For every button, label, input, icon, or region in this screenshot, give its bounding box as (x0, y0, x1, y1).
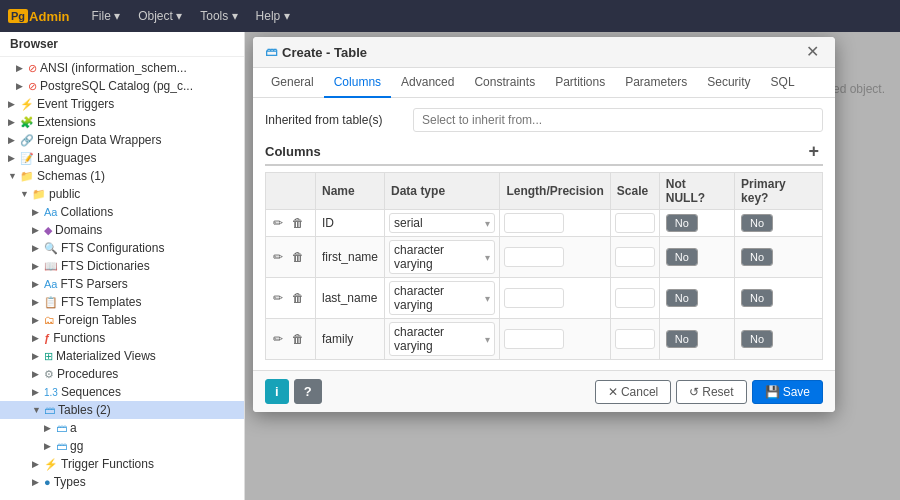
sidebar-item-ansi[interactable]: ▶ ⊘ ANSI (information_schem... (0, 59, 244, 77)
sidebar-item-procedures[interactable]: ▶ ⚙ Procedures (0, 365, 244, 383)
sidebar-item-trigger-functions[interactable]: ▶ ⚡ Trigger Functions (0, 455, 244, 473)
tab-advanced[interactable]: Advanced (391, 68, 464, 98)
sidebar-item-domains[interactable]: ▶ ◆ Domains (0, 221, 244, 239)
help-button[interactable]: ? (294, 379, 322, 404)
columns-title: Columns (265, 144, 321, 159)
sidebar-item-extensions[interactable]: ▶ 🧩 Extensions (0, 113, 244, 131)
footer-left-buttons: i ? (265, 379, 322, 404)
table-row: ✏ 🗑 IDserial▾NoNo (266, 210, 823, 237)
col-datatype[interactable]: serial▾ (385, 210, 500, 237)
edit-row-button[interactable]: ✏ (270, 215, 286, 231)
inherit-label: Inherited from table(s) (265, 113, 405, 127)
col-notnull[interactable]: No (659, 210, 734, 237)
sidebar-item-sequences[interactable]: ▶ 1.3 Sequences (0, 383, 244, 401)
modal-title-icon: 🗃 (265, 45, 277, 59)
sidebar-item-table-a[interactable]: ▶ 🗃 a (0, 419, 244, 437)
sidebar-item-schemas[interactable]: ▼ 📁 Schemas (1) (0, 167, 244, 185)
delete-row-button[interactable]: 🗑 (289, 331, 307, 347)
tab-security[interactable]: Security (697, 68, 760, 98)
edit-row-button[interactable]: ✏ (270, 290, 286, 306)
menu-tools[interactable]: Tools ▾ (192, 6, 245, 26)
tab-sql[interactable]: SQL (761, 68, 805, 98)
topbar-menu: File ▾ Object ▾ Tools ▾ Help ▾ (84, 6, 298, 26)
col-header-primarykey: Primary key? (735, 173, 823, 210)
tab-partitions[interactable]: Partitions (545, 68, 615, 98)
edit-row-button[interactable]: ✏ (270, 249, 286, 265)
delete-row-button[interactable]: 🗑 (289, 249, 307, 265)
cancel-icon: ✕ (608, 385, 618, 399)
inherit-input[interactable] (413, 108, 823, 132)
sidebar-item-foreign-tables[interactable]: ▶ 🗂 Foreign Tables (0, 311, 244, 329)
col-name: last_name (316, 278, 385, 319)
col-name: first_name (316, 237, 385, 278)
modal-title: 🗃 Create - Table (265, 45, 367, 60)
sidebar-item-languages[interactable]: ▶ 📝 Languages (0, 149, 244, 167)
sidebar-tree: ▶ ⊘ ANSI (information_schem... ▶ ⊘ Postg… (0, 57, 244, 493)
sidebar-header: Browser (0, 32, 244, 57)
col-datatype[interactable]: character varying▾ (385, 278, 500, 319)
sidebar-item-pg-catalog[interactable]: ▶ ⊘ PostgreSQL Catalog (pg_c... (0, 77, 244, 95)
sidebar-item-tables[interactable]: ▼ 🗃 Tables (2) (0, 401, 244, 419)
table-row: ✏ 🗑 first_namecharacter varying▾NoNo (266, 237, 823, 278)
info-button[interactable]: i (265, 379, 289, 404)
col-notnull[interactable]: No (659, 237, 734, 278)
inherit-row: Inherited from table(s) (265, 108, 823, 132)
reset-button[interactable]: ↺ Reset (676, 380, 746, 404)
sidebar-item-foreign-data-wrappers[interactable]: ▶ 🔗 Foreign Data Wrappers (0, 131, 244, 149)
menu-file[interactable]: File ▾ (84, 6, 129, 26)
col-scale[interactable] (610, 278, 659, 319)
sidebar-item-types[interactable]: ▶ ● Types (0, 473, 244, 491)
sidebar-item-fts-config[interactable]: ▶ 🔍 FTS Configurations (0, 239, 244, 257)
pgadmin-logo: Pg Admin (8, 9, 70, 24)
col-datatype[interactable]: character varying▾ (385, 237, 500, 278)
sidebar-item-functions[interactable]: ▶ ƒ Functions (0, 329, 244, 347)
col-length[interactable] (500, 278, 610, 319)
sidebar-item-table-gg[interactable]: ▶ 🗃 gg (0, 437, 244, 455)
cancel-button[interactable]: ✕ Cancel (595, 380, 671, 404)
col-datatype[interactable]: character varying▾ (385, 319, 500, 360)
modal-backdrop: 🗃 Create - Table ✕ General Columns Advan… (245, 32, 900, 500)
col-primarykey[interactable]: No (735, 319, 823, 360)
tab-parameters[interactable]: Parameters (615, 68, 697, 98)
col-header-scale: Scale (610, 173, 659, 210)
col-name: ID (316, 210, 385, 237)
col-length[interactable] (500, 319, 610, 360)
menu-object[interactable]: Object ▾ (130, 6, 190, 26)
col-length[interactable] (500, 237, 610, 278)
sidebar-item-public[interactable]: ▼ 📁 public (0, 185, 244, 203)
sidebar-item-fts-parsers[interactable]: ▶ Aa FTS Parsers (0, 275, 244, 293)
col-notnull[interactable]: No (659, 319, 734, 360)
col-scale[interactable] (610, 319, 659, 360)
delete-row-button[interactable]: 🗑 (289, 215, 307, 231)
sidebar-item-collations[interactable]: ▶ Aa Collations (0, 203, 244, 221)
delete-row-button[interactable]: 🗑 (289, 290, 307, 306)
modal-body: Inherited from table(s) Columns + (253, 98, 835, 370)
reset-label: Reset (702, 385, 733, 399)
col-header-datatype: Data type (385, 173, 500, 210)
tab-general[interactable]: General (261, 68, 324, 98)
col-scale[interactable] (610, 237, 659, 278)
col-length[interactable] (500, 210, 610, 237)
col-primarykey[interactable]: No (735, 237, 823, 278)
sidebar-item-fts-templates[interactable]: ▶ 📋 FTS Templates (0, 293, 244, 311)
sidebar-item-materialized-views[interactable]: ▶ ⊞ Materialized Views (0, 347, 244, 365)
edit-row-button[interactable]: ✏ (270, 331, 286, 347)
col-notnull[interactable]: No (659, 278, 734, 319)
content-area: ed object. 🗃 Create - Table ✕ General Co… (245, 32, 900, 500)
col-scale[interactable] (610, 210, 659, 237)
menu-help[interactable]: Help ▾ (248, 6, 298, 26)
modal: 🗃 Create - Table ✕ General Columns Advan… (253, 37, 835, 412)
tab-columns[interactable]: Columns (324, 68, 391, 98)
cancel-label: Cancel (621, 385, 658, 399)
learnsql-logo: LearnSQL .com (0, 493, 244, 500)
col-name: family (316, 319, 385, 360)
tab-constraints[interactable]: Constraints (464, 68, 545, 98)
sidebar-item-event-triggers[interactable]: ▶ ⚡ Event Triggers (0, 95, 244, 113)
col-primarykey[interactable]: No (735, 278, 823, 319)
save-button[interactable]: 💾 Save (752, 380, 823, 404)
modal-header: 🗃 Create - Table ✕ (253, 37, 835, 68)
modal-close-button[interactable]: ✕ (802, 44, 823, 60)
sidebar-item-fts-dict[interactable]: ▶ 📖 FTS Dictionaries (0, 257, 244, 275)
add-column-button[interactable]: + (804, 142, 823, 160)
col-primarykey[interactable]: No (735, 210, 823, 237)
